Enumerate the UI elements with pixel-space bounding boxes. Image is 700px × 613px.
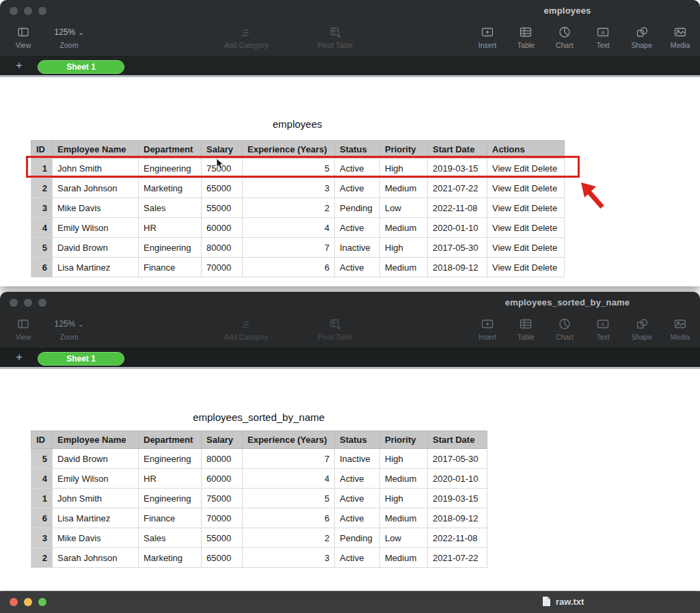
table-cell[interactable]: 6 [31, 258, 53, 277]
table-cell[interactable]: 2019-03-15 [428, 489, 487, 508]
table-cell[interactable]: Medium [380, 178, 428, 198]
table-cell[interactable]: Active [335, 508, 380, 528]
table-cell[interactable]: 4 [31, 218, 53, 238]
table-cell[interactable]: High [380, 489, 428, 508]
table-cell[interactable]: John Smith [53, 489, 139, 508]
column-header[interactable]: Employee Name [53, 141, 139, 159]
media-button[interactable]: Media [662, 25, 698, 49]
table-cell[interactable]: 2019-03-15 [428, 159, 487, 178]
zoom-window-button[interactable] [38, 299, 46, 307]
table-cell[interactable]: 2020-01-10 [428, 218, 487, 238]
table-cell[interactable]: High [380, 449, 428, 469]
column-header[interactable]: Department [139, 431, 202, 449]
table-cell[interactable]: Mike Davis [53, 198, 139, 218]
media-button[interactable]: Media [662, 316, 698, 341]
table-cell[interactable]: 75000 [202, 159, 243, 178]
chart-button[interactable]: Chart [547, 25, 582, 49]
table-cell[interactable]: 6 [31, 508, 53, 528]
table-cell[interactable]: Inactive [335, 449, 380, 469]
sheet-tab[interactable]: Sheet 1 [38, 60, 124, 74]
insert-button[interactable]: Insert [470, 316, 505, 341]
table-cell[interactable]: 80000 [202, 449, 243, 469]
table-cell[interactable]: Pending [335, 528, 380, 548]
table-cell[interactable]: 1 [31, 159, 53, 178]
table-button[interactable]: Table [508, 25, 543, 49]
table-cell[interactable]: 75000 [202, 489, 243, 508]
minimize-button[interactable] [24, 299, 32, 307]
pivot-table-button[interactable]: Pivot Table [318, 25, 353, 49]
column-header[interactable]: Priority [380, 431, 428, 449]
add-category-button[interactable]: Add Category [224, 316, 268, 341]
column-header[interactable]: Salary [202, 141, 243, 159]
table-cell[interactable]: Low [380, 528, 428, 548]
text-button[interactable]: A Text [585, 25, 621, 49]
table-cell[interactable]: 7 [243, 449, 335, 469]
table-cell[interactable]: 5 [243, 159, 335, 178]
table-cell[interactable]: High [380, 238, 428, 258]
table-cell[interactable]: 70000 [202, 258, 243, 277]
table-cell[interactable]: 60000 [202, 469, 243, 489]
table-cell[interactable]: 2 [243, 528, 335, 548]
pivot-table-button[interactable]: Pivot Table [318, 316, 353, 341]
table-cell[interactable]: 2021-07-22 [428, 178, 487, 198]
table-cell[interactable]: David Brown [53, 238, 139, 258]
table-cell[interactable]: 65000 [202, 548, 243, 568]
table-cell[interactable]: 4 [243, 469, 335, 489]
add-category-button[interactable]: Add Category [224, 25, 268, 49]
table-cell[interactable]: Engineering [139, 159, 202, 178]
zoom-window-button[interactable] [38, 598, 46, 606]
column-header[interactable]: Employee Name [53, 431, 139, 449]
table-cell[interactable]: 55000 [202, 528, 243, 548]
table-cell[interactable]: Medium [380, 548, 428, 568]
table-cell[interactable]: Lisa Martinez [53, 258, 139, 277]
table-cell[interactable]: View Edit Delete [487, 198, 565, 218]
table-cell[interactable]: 5 [31, 238, 53, 258]
column-header[interactable]: Priority [380, 141, 428, 159]
table-cell[interactable]: Active [335, 159, 380, 178]
table-cell[interactable]: Active [335, 218, 380, 238]
table-cell[interactable]: Active [335, 489, 380, 508]
table-cell[interactable]: Engineering [139, 489, 202, 508]
table-cell[interactable]: Sales [139, 198, 202, 218]
view-button[interactable]: View [10, 316, 37, 341]
table-cell[interactable]: 6 [243, 508, 335, 528]
table-cell[interactable]: Finance [139, 508, 202, 528]
column-header[interactable]: ID [31, 431, 53, 449]
table-cell[interactable]: 2 [31, 548, 53, 568]
close-button[interactable] [10, 7, 18, 15]
close-button[interactable] [10, 299, 18, 307]
table-cell[interactable]: 4 [31, 469, 53, 489]
table-cell[interactable]: Mike Davis [53, 528, 139, 548]
table-cell[interactable]: HR [139, 218, 202, 238]
table-cell[interactable]: 2017-05-30 [428, 238, 487, 258]
table-cell[interactable]: David Brown [53, 449, 139, 469]
table-cell[interactable]: 65000 [202, 178, 243, 198]
table-cell[interactable]: 4 [243, 218, 335, 238]
column-header[interactable]: Experience (Years) [243, 431, 335, 449]
table-cell[interactable]: 2022-11-08 [428, 198, 487, 218]
close-button[interactable] [10, 598, 18, 606]
add-sheet-button[interactable]: + [12, 59, 26, 72]
shape-button[interactable]: Shape [624, 25, 660, 49]
table-cell[interactable]: 3 [243, 178, 335, 198]
column-header[interactable]: Salary [202, 431, 243, 449]
table-cell[interactable]: 7 [243, 238, 335, 258]
text-button[interactable]: A Text [585, 316, 621, 341]
table-cell[interactable]: 80000 [202, 238, 243, 258]
column-header[interactable]: Status [335, 431, 380, 449]
table-cell[interactable]: John Smith [53, 159, 139, 178]
table-cell[interactable]: Engineering [139, 238, 202, 258]
table-cell[interactable]: 2 [243, 198, 335, 218]
minimize-button[interactable] [24, 7, 32, 15]
table-cell[interactable]: Active [335, 178, 380, 198]
table-cell[interactable]: View Edit Delete [487, 238, 565, 258]
table-cell[interactable]: 2018-09-12 [428, 258, 487, 277]
table-cell[interactable]: Pending [335, 198, 380, 218]
table-cell[interactable]: Inactive [335, 238, 380, 258]
table-cell[interactable]: 2020-01-10 [428, 469, 487, 489]
column-header[interactable]: Department [139, 141, 202, 159]
table-cell[interactable]: Finance [139, 258, 202, 277]
table-cell[interactable]: Emily Wilson [53, 218, 139, 238]
table-cell[interactable]: Sarah Johnson [53, 548, 139, 568]
table-cell[interactable]: 2 [31, 178, 53, 198]
